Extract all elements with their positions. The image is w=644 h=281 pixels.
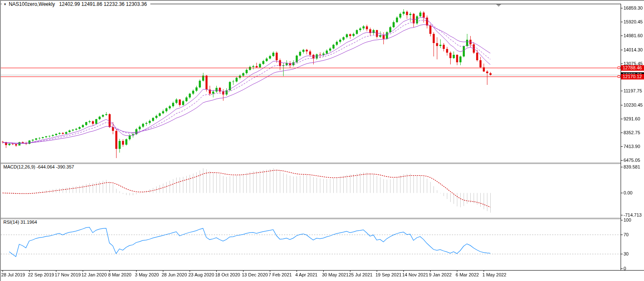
chart-shift-marker-icon[interactable] [496,4,501,7]
macd-indicator-label: MACD(12,26,9) -644.064 -390.357 [3,164,75,169]
chart-title-bar: ▼NAS100zero,Weekly12402.99 12491.86 1223… [2,1,150,7]
ohlc-readout: 12402.99 12491.86 12232.36 12303.36 [59,1,147,7]
symbol-timeframe-label: NAS100zero,Weekly [9,1,55,7]
chart-window: ▼NAS100zero,Weekly12402.99 12491.86 1223… [0,0,644,281]
symbol-dropdown-icon[interactable]: ▼ [3,3,7,6]
price-chart-canvas[interactable] [1,1,644,281]
rsi-indicator-label: RSI(14) 31.1964 [3,220,38,225]
